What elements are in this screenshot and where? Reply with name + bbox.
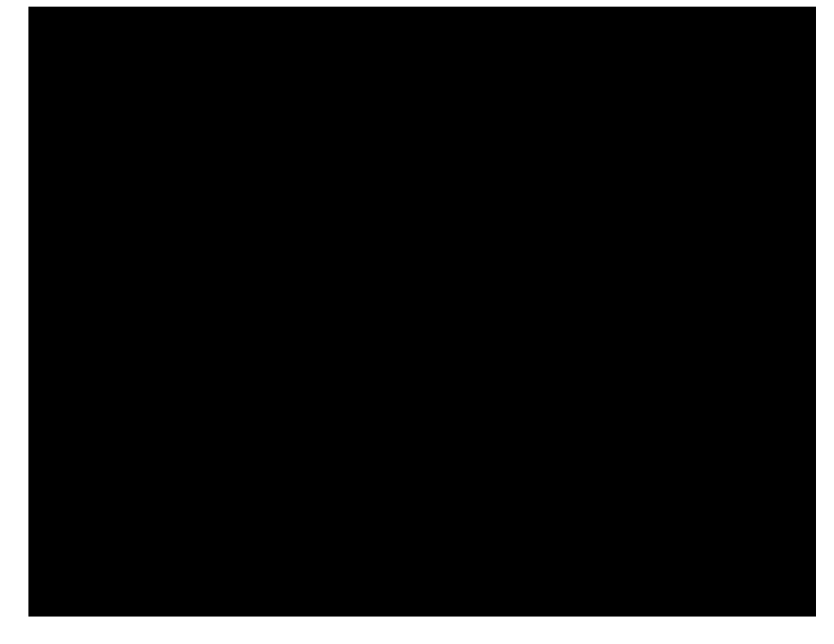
figure-window xyxy=(0,0,834,644)
map-area xyxy=(28,7,815,616)
colorbar-strip xyxy=(504,576,799,588)
temperature-colorbar xyxy=(504,576,799,588)
sst-velocity-map xyxy=(0,0,834,644)
pixel-noise-overlay xyxy=(28,7,815,616)
